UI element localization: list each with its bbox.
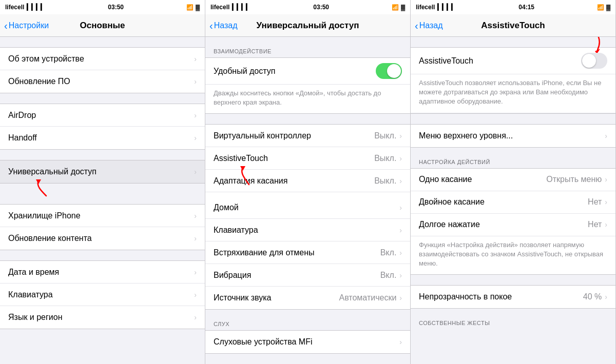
label-hearing-devices: Слуховые устройства MFi — [214, 337, 399, 347]
row-long-press[interactable]: Долгое нажатие Нет › — [411, 214, 615, 236]
row-opacity[interactable]: Непрозрачность в покое 40 % › — [411, 286, 615, 308]
toggle-thumb-udob — [387, 64, 401, 78]
group-universal: Универсальный доступ › — [0, 160, 205, 184]
value-vibration: Вкл. — [380, 271, 397, 280]
value-double-tap: Нет — [588, 197, 602, 207]
panel-universal-access: lifecell ▎▎▎▎ 03:50 📶 ▓ ‹ Назад Универса… — [205, 0, 411, 364]
back-label-2: Назад — [214, 21, 238, 30]
toggle-udob-dostup[interactable] — [376, 63, 402, 79]
row-assistivetouch-p2[interactable]: AssistiveTouch Выкл. › — [205, 147, 410, 170]
row-update[interactable]: Обновление ПО › — [0, 70, 205, 93]
chevron-home: › — [399, 204, 402, 212]
time-1: 03:50 — [108, 4, 124, 11]
row-home[interactable]: Домой › — [205, 196, 410, 219]
chevron-long-press: › — [605, 220, 607, 229]
row-double-tap[interactable]: Двойное касание Нет › — [411, 191, 615, 214]
value-single-tap: Открыть меню — [546, 175, 602, 184]
row-sound-source[interactable]: Источник звука Автоматически › — [205, 287, 410, 309]
nav-bar-3: ‹ Назад AssistiveTouch — [411, 14, 615, 37]
label-virtual-controller: Виртуальный контроллер — [214, 131, 374, 140]
chevron-storage: › — [194, 212, 197, 220]
chevron-vibration: › — [399, 271, 402, 279]
group-opacity: Непрозрачность в покое 40 % › — [411, 285, 615, 309]
row-universal-access[interactable]: Универсальный доступ › — [0, 160, 205, 183]
nav-title-1: Основные — [80, 21, 125, 31]
back-button-1[interactable]: ‹ Настройки — [4, 21, 49, 31]
svg-marker-2 — [595, 49, 600, 53]
group-main-rows: Виртуальный контроллер Выкл. › Assistive… — [205, 124, 410, 310]
chevron-about: › — [194, 55, 197, 63]
back-label-3: Назад — [419, 21, 443, 30]
label-single-tap: Одно касание — [419, 175, 546, 184]
group-menu: Меню верхнего уровня... › — [411, 124, 615, 148]
status-right-2: 📶 ▓ — [392, 4, 405, 11]
row-single-tap[interactable]: Одно касание Открыть меню › — [411, 169, 615, 191]
chevron-opacity: › — [605, 293, 607, 301]
back-button-2[interactable]: ‹ Назад — [209, 21, 238, 31]
toggle-at[interactable] — [581, 53, 607, 69]
wifi-icon-1: 📶 — [186, 4, 194, 11]
chevron-top-menu: › — [605, 132, 607, 140]
label-double-tap: Двойное касание — [419, 197, 588, 207]
label-universal-access: Универсальный доступ — [8, 167, 194, 176]
row-about[interactable]: Об этом устройстве › — [0, 48, 205, 70]
chevron-keyboard-p2: › — [399, 226, 402, 234]
value-virtual-controller: Выкл. — [374, 131, 396, 140]
row-handoff[interactable]: Handoff › — [0, 127, 205, 149]
nav-bar-2: ‹ Назад Универсальный доступ — [205, 14, 410, 37]
row-top-menu[interactable]: Меню верхнего уровня... › — [411, 125, 615, 147]
group-datetime: Дата и время › Клавиатура › Язык и регио… — [0, 260, 205, 329]
toggle-thumb-at — [582, 54, 596, 68]
label-opacity: Непрозрачность в покое — [419, 292, 583, 301]
status-left-1: lifecell ▎▎▎▎ — [5, 4, 45, 11]
label-keyboard: Клавиатура — [8, 290, 194, 299]
row-keyboard-p2[interactable]: Клавиатура › — [205, 219, 410, 241]
wifi-icon-3: 📶 — [597, 4, 604, 11]
group-device: Об этом устройстве › Обновление ПО › — [0, 47, 205, 93]
row-vibration[interactable]: Вибрация Вкл. › — [205, 264, 410, 287]
chevron-left-icon-2: ‹ — [209, 21, 213, 31]
desc-at: AssistiveTouch позволяет использовать iP… — [411, 74, 615, 113]
row-hearing-devices[interactable]: Слуховые устройства MFi › — [205, 331, 410, 353]
row-at-toggle[interactable]: AssistiveTouch — [411, 48, 615, 74]
status-bar-3: lifecell ▎▎▎▎ 04:15 📶 ▓ — [411, 0, 615, 14]
label-datetime: Дата и время — [8, 268, 194, 277]
section-hearing-header: СЛУХ — [205, 310, 410, 330]
row-storage[interactable]: Хранилище iPhone › — [0, 205, 205, 227]
battery-icon-2: ▓ — [401, 4, 405, 10]
value-long-press: Нет — [588, 220, 602, 229]
back-label-1: Настройки — [9, 21, 49, 30]
signal-1: ▎▎▎▎ — [27, 4, 45, 11]
group-airdrop: AirDrop › Handoff › — [0, 104, 205, 150]
chevron-single-tap: › — [605, 175, 607, 184]
signal-3: ▎▎▎▎ — [437, 4, 456, 11]
value-opacity: 40 % — [583, 292, 602, 301]
row-keyboard[interactable]: Клавиатура › — [0, 284, 205, 306]
row-airdrop[interactable]: AirDrop › — [0, 104, 205, 127]
value-sound-source: Автоматически — [339, 293, 396, 302]
content-1: Об этом устройстве › Обновление ПО › Air… — [0, 37, 205, 364]
carrier-2: lifecell — [210, 4, 229, 11]
row-content-update[interactable]: Обновление контента › — [0, 227, 205, 250]
row-udob-dostup[interactable]: Удобный доступ — [205, 58, 410, 85]
row-touch-adapt[interactable]: Адаптация касания Выкл. › — [205, 170, 410, 192]
panel-settings-main: lifecell ▎▎▎▎ 03:50 📶 ▓ ‹ Настройки Осно… — [0, 0, 205, 364]
value-touch-adapt: Выкл. — [374, 176, 396, 186]
group-storage: Хранилище iPhone › Обновление контента › — [0, 204, 205, 250]
time-2: 03:50 — [313, 4, 329, 11]
row-language[interactable]: Язык и регион › — [0, 306, 205, 329]
value-shake: Вкл. — [380, 248, 397, 257]
chevron-content-update: › — [194, 234, 197, 242]
label-content-update: Обновление контента — [8, 234, 194, 243]
back-button-3[interactable]: ‹ Назад — [415, 21, 443, 31]
status-right-1: 📶 ▓ — [186, 4, 200, 11]
chevron-hearing-devices: › — [399, 338, 402, 346]
row-shake[interactable]: Встряхивание для отмены Вкл. › — [205, 241, 410, 264]
nav-bar-1: ‹ Настройки Основные — [0, 14, 205, 37]
label-at-toggle: AssistiveTouch — [419, 56, 581, 66]
chevron-double-tap: › — [605, 198, 607, 206]
row-virtual-controller[interactable]: Виртуальный контроллер Выкл. › — [205, 125, 410, 147]
panel-assistivetouch: lifecell ▎▎▎▎ 04:15 📶 ▓ ‹ Назад Assistiv… — [411, 0, 616, 364]
row-datetime[interactable]: Дата и время › — [0, 261, 205, 284]
battery-icon-3: ▓ — [606, 4, 610, 10]
